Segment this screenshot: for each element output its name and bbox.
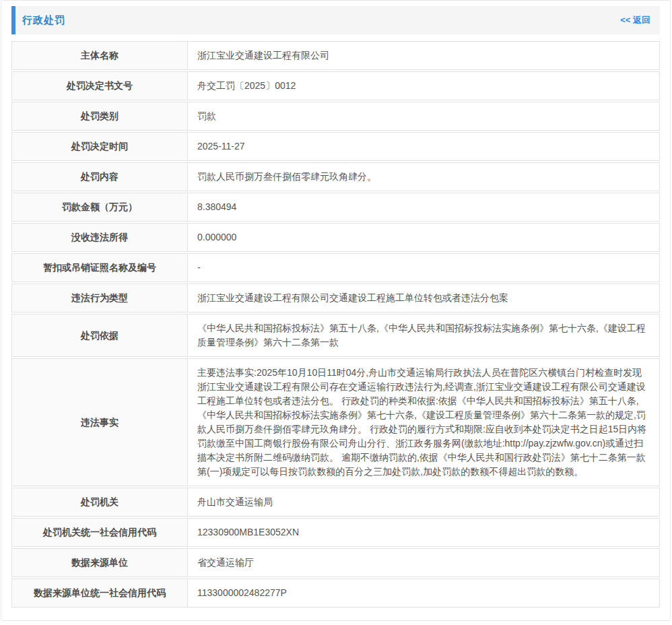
row-label: 处罚决定书文号 xyxy=(12,72,188,100)
row-value: 罚款人民币捌万叁仟捌佰零肆元玖角肆分。 xyxy=(188,163,659,191)
row-value-text: 1133000002482277P xyxy=(197,586,287,600)
row-value: 1133000002482277P xyxy=(188,579,659,607)
row-value-text: - xyxy=(197,261,201,275)
table-row-fine-amount: 罚款金额（万元） 8.380494 xyxy=(11,193,660,222)
row-value-text: 主要违法事实:2025年10月10日11时04分,舟山市交通运输局行政执法人员在… xyxy=(197,366,650,479)
row-value: 《中华人民共和国招标投标法》第五十八条,《中华人民共和国招标投标法实施条例》第七… xyxy=(188,315,659,356)
penalty-detail-panel: 行政处罚 << 返回 主体名称 浙江宝业交通建设工程有限公司 处罚决定书文号 舟… xyxy=(1,0,671,621)
table-row-penalty-basis: 处罚依据 《中华人民共和国招标投标法》第五十八条,《中华人民共和国招标投标法实施… xyxy=(11,314,660,357)
row-value: 0.000000 xyxy=(188,224,659,251)
row-value-text: 舟交工罚〔2025〕0012 xyxy=(197,79,296,93)
row-label: 暂扣或吊销证照名称及编号 xyxy=(12,254,188,282)
row-value: 12330900MB1E3052XN xyxy=(188,519,659,546)
row-value-text: 2025-11-27 xyxy=(197,139,245,154)
row-label: 数据来源单位 xyxy=(12,549,188,577)
row-value-text: 罚款人民币捌万叁仟捌佰零肆元玖角肆分。 xyxy=(197,170,376,184)
row-value-text: 12330900MB1E3052XN xyxy=(197,525,299,539)
table-row-violation-facts: 违法事实 主要违法事实:2025年10月10日11时04分,舟山市交通运输局行政… xyxy=(11,358,660,486)
back-link[interactable]: << 返回 xyxy=(620,14,650,26)
table-row-confiscated-gains: 没收违法所得 0.000000 xyxy=(11,223,660,252)
row-value-text: 《中华人民共和国招标投标法》第五十八条,《中华人民共和国招标投标法实施条例》第七… xyxy=(197,321,650,350)
row-label: 处罚依据 xyxy=(12,315,188,356)
page-title: 行政处罚 xyxy=(22,14,65,27)
row-label: 处罚类别 xyxy=(12,102,188,130)
table-row-license-suspension: 暂扣或吊销证照名称及编号 - xyxy=(11,253,660,282)
row-label: 主体名称 xyxy=(12,42,188,69)
row-label: 处罚决定时间 xyxy=(12,133,188,160)
row-value-text: 0.000000 xyxy=(197,230,236,244)
row-label: 违法事实 xyxy=(12,359,188,486)
row-value: 主要违法事实:2025年10月10日11时04分,舟山市交通运输局行政执法人员在… xyxy=(188,359,659,486)
row-label: 处罚内容 xyxy=(12,163,188,191)
row-value-text: 浙江宝业交通建设工程有限公司交通建设工程施工单位转包或者违法分包案 xyxy=(197,291,508,305)
table-row-penalty-category: 处罚类别 罚款 xyxy=(11,102,660,131)
table-row-decision-doc-number: 处罚决定书文号 舟交工罚〔2025〕0012 xyxy=(11,71,660,100)
row-value: 浙江宝业交通建设工程有限公司 xyxy=(188,42,659,69)
row-value: 2025-11-27 xyxy=(188,133,659,160)
row-label: 处罚机关统一社会信用代码 xyxy=(12,519,188,546)
table-row-subject-name: 主体名称 浙江宝业交通建设工程有限公司 xyxy=(11,41,660,70)
table-row-penalty-authority: 处罚机关 舟山市交通运输局 xyxy=(11,488,660,517)
row-value: 罚款 xyxy=(188,102,659,130)
row-value-text: 8.380494 xyxy=(197,200,236,214)
row-value: 8.380494 xyxy=(188,193,659,221)
table-row-data-source-credit-code: 数据来源单位统一社会信用代码 1133000002482277P xyxy=(11,579,660,607)
row-value: - xyxy=(188,254,659,282)
penalty-info-table: 主体名称 浙江宝业交通建设工程有限公司 处罚决定书文号 舟交工罚〔2025〕00… xyxy=(11,41,660,607)
row-label: 数据来源单位统一社会信用代码 xyxy=(12,579,188,607)
row-value: 舟交工罚〔2025〕0012 xyxy=(188,72,659,100)
table-row-penalty-content: 处罚内容 罚款人民币捌万叁仟捌佰零肆元玖角肆分。 xyxy=(11,162,660,191)
accent-bar xyxy=(11,6,15,34)
table-row-violation-type: 违法行为类型 浙江宝业交通建设工程有限公司交通建设工程施工单位转包或者违法分包案 xyxy=(11,284,660,312)
row-label: 处罚机关 xyxy=(12,488,188,516)
row-label: 违法行为类型 xyxy=(12,284,188,312)
row-value: 省交通运输厅 xyxy=(188,549,659,577)
row-label: 没收违法所得 xyxy=(12,224,188,251)
table-row-data-source-unit: 数据来源单位 省交通运输厅 xyxy=(11,548,660,577)
row-value-text: 罚款 xyxy=(197,109,216,123)
table-row-authority-credit-code: 处罚机关统一社会信用代码 12330900MB1E3052XN xyxy=(11,518,660,547)
row-value-text: 浙江宝业交通建设工程有限公司 xyxy=(197,48,329,63)
row-value-text: 省交通运输厅 xyxy=(197,556,254,570)
row-label: 罚款金额（万元） xyxy=(12,193,188,221)
panel-header: 行政处罚 << 返回 xyxy=(11,6,660,34)
row-value: 浙江宝业交通建设工程有限公司交通建设工程施工单位转包或者违法分包案 xyxy=(188,284,659,312)
row-value: 舟山市交通运输局 xyxy=(188,488,659,516)
table-row-decision-date: 处罚决定时间 2025-11-27 xyxy=(11,132,660,161)
row-value-text: 舟山市交通运输局 xyxy=(197,495,273,509)
